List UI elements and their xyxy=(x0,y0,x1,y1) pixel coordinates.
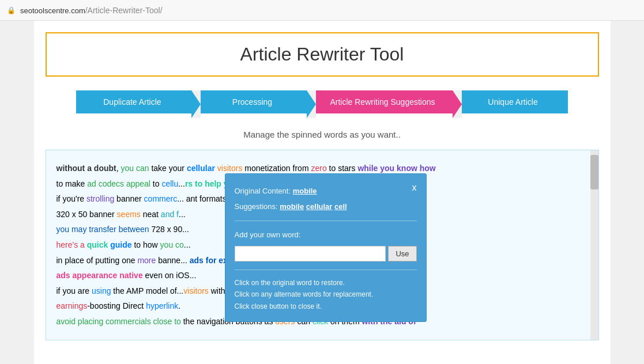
steps-nav: Duplicate Article Processing Article Rew… xyxy=(46,90,599,113)
url-bar: seotoolscentre.com/Article-Rewriter-Tool… xyxy=(20,6,163,15)
step-article-rewriting[interactable]: Article Rewriting Suggestions xyxy=(307,90,452,113)
lock-icon: 🔒 xyxy=(7,6,16,14)
content-area: without a doubt, you can take your cellu… xyxy=(46,150,599,340)
popup-use-button[interactable]: Use xyxy=(388,246,416,261)
popup-divider xyxy=(235,221,417,221)
step-processing[interactable]: Processing xyxy=(191,90,307,113)
popup-instruction-1: Click on the original word to restore. xyxy=(235,277,417,289)
popup-word-input[interactable] xyxy=(235,246,386,261)
popup-original-word[interactable]: mobile xyxy=(293,187,317,195)
page-container: Article Rewriter Tool Duplicate Article … xyxy=(34,21,611,364)
popup-divider-2 xyxy=(235,270,417,270)
popup-original-content: Original Content: mobile Suggestions: mo… xyxy=(235,183,347,214)
scrollbar-thumb[interactable] xyxy=(590,155,598,189)
popup-input-row: Use xyxy=(235,246,417,261)
popup-instruction-3: Click close button to close it. xyxy=(235,301,417,312)
subtitle: Manage the spinned words as you want.. xyxy=(46,130,599,139)
word-suggestion-popup: Original Content: mobile Suggestions: mo… xyxy=(225,173,427,322)
title-box: Article Rewriter Tool xyxy=(46,32,599,77)
browser-bar: 🔒 seotoolscentre.com/Article-Rewriter-To… xyxy=(0,0,644,21)
step-unique-article[interactable]: Unique Article xyxy=(453,90,568,113)
popup-instruction-2: Click on any alternate words for replace… xyxy=(235,289,417,300)
popup-instructions: Click on the original word to restore. C… xyxy=(235,277,417,312)
step-duplicate-article[interactable]: Duplicate Article xyxy=(76,90,191,113)
page-title: Article Rewriter Tool xyxy=(57,44,587,65)
popup-header: Original Content: mobile Suggestions: mo… xyxy=(235,183,417,214)
popup-close-button[interactable]: x xyxy=(412,183,417,192)
popup-suggestion-2[interactable]: cellular xyxy=(306,202,333,211)
popup-add-own-section: Add your own word: Use xyxy=(235,228,417,261)
popup-add-own-label: Add your own word: xyxy=(235,228,417,242)
popup-suggestion-1[interactable]: mobile xyxy=(280,202,304,211)
scrollbar[interactable] xyxy=(590,150,598,340)
popup-suggestion-3[interactable]: cell xyxy=(334,202,347,211)
